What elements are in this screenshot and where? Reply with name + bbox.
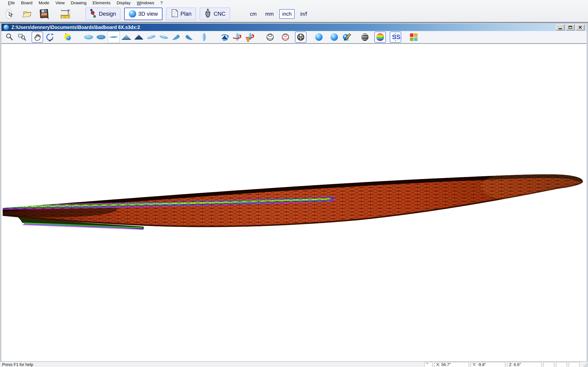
menu-elements[interactable]: Elements [90, 0, 114, 5]
3d-sphere-icon [129, 10, 136, 17]
view-perspective-right-icon[interactable] [183, 32, 194, 43]
status-cell-empty-3 [569, 362, 579, 367]
document-titlebar: Z:\Users\dennery\Documents\Boards\badboa… [1, 24, 587, 31]
resize-grip[interactable] [582, 362, 588, 367]
menu-windows[interactable]: Windows [134, 0, 157, 5]
view-back-icon[interactable] [133, 32, 145, 43]
status-unit-cell: " [425, 362, 432, 367]
view-side-icon[interactable] [108, 31, 120, 43]
light-icon[interactable] [62, 32, 74, 43]
menu-drawing[interactable]: Drawing [68, 0, 90, 5]
new-board-icon[interactable] [4, 8, 16, 20]
document-icon [3, 25, 9, 30]
design-label: Design [99, 11, 116, 17]
view-toolbar: S S [1, 31, 587, 44]
wireframe-mesh-icon[interactable] [295, 32, 306, 43]
board-3d-render[interactable] [1, 44, 587, 361]
status-cells: " X: 56.7" Y: -9.8" Z: 6.6" [425, 362, 579, 367]
plan-label: Plan [181, 11, 191, 17]
view-perspective-left-icon[interactable] [171, 32, 182, 43]
design-icon [90, 8, 97, 19]
open-folder-icon[interactable] [21, 8, 33, 20]
menu-display[interactable]: Display [113, 0, 134, 5]
view-deck-icon[interactable] [95, 32, 107, 43]
status-help-text: Press F1 for help [2, 362, 33, 367]
unit-mm[interactable]: mm [262, 9, 277, 19]
maximize-button[interactable] [566, 25, 575, 30]
3d-canvas[interactable] [1, 44, 587, 361]
rotate-horizontal-icon[interactable] [231, 32, 243, 43]
plan-icon [171, 9, 178, 19]
menu-file[interactable]: File [5, 0, 18, 5]
unit-cm[interactable]: cm [247, 9, 260, 19]
pan-hand-icon[interactable] [32, 32, 43, 43]
minimize-button[interactable] [556, 25, 564, 30]
status-z: Z: 6.6" [507, 362, 541, 367]
zebra-analysis-icon[interactable] [359, 32, 371, 43]
design-mode-button[interactable]: Design [85, 8, 121, 20]
view-top-icon[interactable] [198, 32, 210, 43]
menu-board[interactable]: Board [18, 0, 35, 5]
view-front-icon[interactable] [121, 32, 132, 43]
annotate-surface-icon[interactable] [341, 32, 352, 43]
close-icon [579, 25, 582, 29]
render-smooth-icon[interactable] [329, 32, 340, 43]
rotate-flip-icon[interactable] [244, 32, 255, 43]
document-title: Z:\Users\dennery\Documents\Boards\badboa… [11, 25, 140, 30]
3d-view-label: 3D view [138, 11, 158, 17]
main-toolbar: Design 3D view Plan [0, 6, 588, 22]
menu-view[interactable]: View [52, 0, 68, 5]
unit-inf[interactable]: in/f [297, 9, 310, 19]
window-controls [556, 25, 585, 30]
status-y: Y: -9.8" [471, 362, 505, 367]
minimize-icon [559, 28, 562, 29]
view-tilt-right-icon[interactable] [158, 32, 169, 43]
plan-mode-button[interactable]: Plan [166, 8, 196, 20]
symmetry-divider [396, 33, 396, 41]
cnc-label: CNC [214, 11, 226, 17]
symmetry-icon[interactable]: S S [390, 32, 401, 43]
color-settings-icon[interactable] [408, 32, 419, 43]
render-solid-icon[interactable] [313, 32, 325, 43]
menu-help[interactable]: ? [157, 0, 166, 5]
status-cell-empty-1 [544, 362, 554, 367]
save-icon[interactable] [38, 8, 50, 20]
view-tilt-left-icon[interactable] [146, 32, 157, 43]
status-bar: Press F1 for help " X: 56.7" Y: -9.8" Z:… [0, 361, 588, 367]
view-bottom-icon[interactable] [83, 32, 94, 43]
curvature-map-icon[interactable] [374, 32, 386, 43]
wireframe-red-icon[interactable] [280, 32, 291, 43]
symmetry-s-right: S [396, 33, 401, 42]
zoom-icon[interactable] [4, 32, 15, 43]
unit-selector: cm mm inch in/f [247, 9, 312, 19]
cnc-icon [204, 8, 212, 19]
orbit-icon[interactable] [44, 32, 56, 43]
status-x: X: 56.7" [434, 362, 469, 367]
close-button[interactable] [576, 25, 585, 30]
maximize-icon [569, 26, 572, 29]
unit-inch[interactable]: inch [279, 9, 295, 19]
menu-bar: File Board Mode View Drawing Elements Di… [0, 0, 588, 6]
menu-mode[interactable]: Mode [35, 0, 52, 5]
3d-view-mode-button[interactable]: 3D view [124, 8, 163, 20]
status-cell-empty-2 [556, 362, 567, 367]
dimensions-icon[interactable] [60, 8, 72, 20]
document-window: Z:\Users\dennery\Documents\Boards\badboa… [0, 23, 588, 361]
cnc-mode-button[interactable]: CNC [200, 8, 230, 20]
rotate-view-icon[interactable] [219, 32, 230, 43]
wireframe-outline-icon[interactable] [264, 32, 276, 43]
zoom-window-icon[interactable] [16, 32, 28, 43]
